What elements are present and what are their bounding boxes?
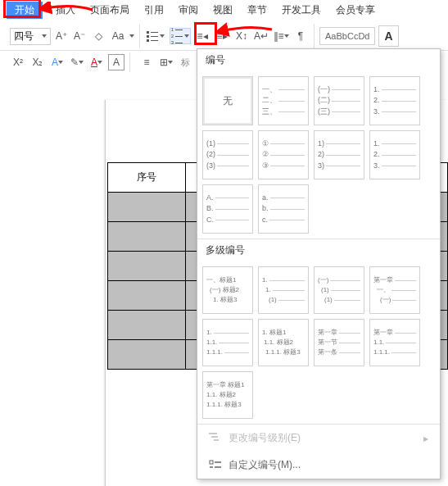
numbering-dropdown: 编号 无 一、 二、 三、 (一) (二) (三) 1. 2. 3. (1) (… xyxy=(197,48,441,479)
paragraph-marks-button[interactable]: ¶ xyxy=(292,28,309,44)
number-list-button[interactable]: 123 xyxy=(170,28,191,44)
superscript-button[interactable]: X² xyxy=(10,54,26,70)
menu-ref[interactable]: 引用 xyxy=(143,2,165,19)
menu-dev[interactable]: 开发工具 xyxy=(280,2,323,19)
svg-rect-0 xyxy=(210,461,213,464)
multilevel-option-5[interactable]: 1. 1.1. 1.1.1. xyxy=(202,319,253,366)
numbering-option-paren-decimal2[interactable]: 1) 2) 3) xyxy=(314,130,364,179)
font-group: 四号 A⁺ A⁻ ◇ Aa xyxy=(5,24,140,48)
numbering-option-upper-letter[interactable]: A. B. C. xyxy=(202,184,253,234)
font-size-select[interactable]: 四号 xyxy=(10,28,51,45)
indent-level-icon xyxy=(209,433,222,444)
numbering-option-decimal-dot[interactable]: 1. 2. 3. xyxy=(369,76,420,125)
change-level-label: 更改编号级别(E) xyxy=(229,431,301,445)
text-direction-button[interactable]: A↵ xyxy=(253,28,269,44)
chevron-down-icon xyxy=(160,34,165,38)
multilevel-option-7[interactable]: 第一章 第一节 第一条 xyxy=(314,319,364,366)
text-effects-button[interactable]: A xyxy=(49,54,66,70)
character-shading-button[interactable]: A xyxy=(108,54,124,70)
chevron-down-icon xyxy=(129,34,134,38)
custom-numbering-menuitem[interactable]: 自定义编号(M)... xyxy=(197,452,440,479)
paragraph-group-top: 123 ≡◂ ≡▸ X↕ A↵ ‖≡ ¶ xyxy=(140,24,315,48)
line-spacing-button[interactable]: ‖≡ xyxy=(273,28,289,44)
styles-group: AaBbCcDd A xyxy=(315,24,404,48)
border-button[interactable]: ⊞ xyxy=(158,54,174,70)
multilevel-option-4[interactable]: 第一章 一、 (一) xyxy=(369,266,420,314)
style-preview-2[interactable]: A xyxy=(378,25,398,47)
table-header-a[interactable]: 序号 xyxy=(108,163,186,193)
font-effects-group: X² X₂ A ✎ A A xyxy=(5,52,130,72)
sort-button[interactable]: X↕ xyxy=(233,28,250,44)
menu-vip[interactable]: 会员专享 xyxy=(334,2,377,19)
multilevel-option-2[interactable]: 1. 1. (1) xyxy=(258,266,309,314)
chevron-down-icon xyxy=(184,34,189,38)
numbering-option-paren-decimal[interactable]: (1) (2) (3) xyxy=(202,130,253,179)
menu-bar: 开始 插入 页面布局 引用 审阅 视图 章节 开发工具 会员专享 xyxy=(0,0,448,22)
numbering-option-cn[interactable]: 一、 二、 三、 xyxy=(258,76,309,125)
menu-layout[interactable]: 页面布局 xyxy=(88,2,131,19)
multilevel-option-8[interactable]: 第一章 1.1. 1.1.1. xyxy=(369,319,420,366)
highlight-button[interactable]: ✎ xyxy=(69,54,85,70)
decrease-indent-button[interactable]: ≡◂ xyxy=(194,28,210,44)
numbering-option-lower-letter[interactable]: a. b. c. xyxy=(258,184,309,234)
style-preview[interactable]: AaBbCcDd xyxy=(319,27,375,45)
style-caption: 标 xyxy=(181,57,190,69)
align-left-button[interactable]: ≡ xyxy=(138,54,155,70)
numbering-option-circled[interactable]: ① ② ③ xyxy=(258,130,309,179)
multilevel-option-3[interactable]: (一) (1) (1) xyxy=(314,266,364,314)
dropdown-header-multilevel: 多级编号 xyxy=(197,239,440,261)
font-color-button[interactable]: A xyxy=(88,54,105,70)
multilevel-option-9[interactable]: 第一章 标题1 1.1. 标题2 1.1.1. 标题3 xyxy=(202,371,253,419)
numbering-option-paren-cn[interactable]: (一) (二) (三) xyxy=(314,76,364,125)
bullet-list-button[interactable] xyxy=(145,28,166,44)
numbering-option-decimal-dot2[interactable]: 1. 2. 3. xyxy=(369,130,420,179)
alignment-group: ≡ ⊞ 标 xyxy=(133,52,195,72)
chevron-down-icon xyxy=(42,34,47,38)
custom-numbering-label: 自定义编号(M)... xyxy=(229,458,301,472)
multilevel-option-6[interactable]: 1. 标题1 1.1. 标题2 1.1.1. 标题3 xyxy=(258,319,309,366)
dropdown-header-numbering: 编号 xyxy=(197,49,440,71)
numbering-settings-icon xyxy=(209,460,222,471)
toolbar-row-1: 四号 A⁺ A⁻ ◇ Aa 123 ≡◂ ≡▸ X↕ A↵ ‖≡ ¶ AaBbC… xyxy=(0,22,448,51)
subscript-button[interactable]: X₂ xyxy=(29,54,46,70)
change-level-menuitem[interactable]: 更改编号级别(E) ▸ xyxy=(197,425,440,452)
menu-view[interactable]: 视图 xyxy=(211,2,234,19)
menu-review[interactable]: 审阅 xyxy=(177,2,200,19)
multilevel-options: 一、标题1 (一) 标题2 1. 标题3 1. 1. (1) (一) (1) (… xyxy=(197,261,440,424)
multilevel-option-1[interactable]: 一、标题1 (一) 标题2 1. 标题3 xyxy=(202,266,253,314)
numbering-options: 无 一、 二、 三、 (一) (二) (三) 1. 2. 3. (1) (2) … xyxy=(197,71,440,238)
font-size-value: 四号 xyxy=(14,30,34,43)
menu-chapter[interactable]: 章节 xyxy=(246,2,269,19)
increase-font-button[interactable]: A⁺ xyxy=(54,28,69,44)
clear-format-button[interactable]: ◇ xyxy=(90,28,106,44)
decrease-font-button[interactable]: A⁻ xyxy=(72,28,87,44)
menu-start[interactable]: 开始 xyxy=(7,2,43,19)
increase-indent-button[interactable]: ≡▸ xyxy=(214,28,230,44)
menu-insert[interactable]: 插入 xyxy=(54,2,77,19)
numbering-option-none[interactable]: 无 xyxy=(202,76,253,125)
submenu-arrow-icon: ▸ xyxy=(423,433,428,444)
change-case-button[interactable]: Aa xyxy=(110,28,126,44)
